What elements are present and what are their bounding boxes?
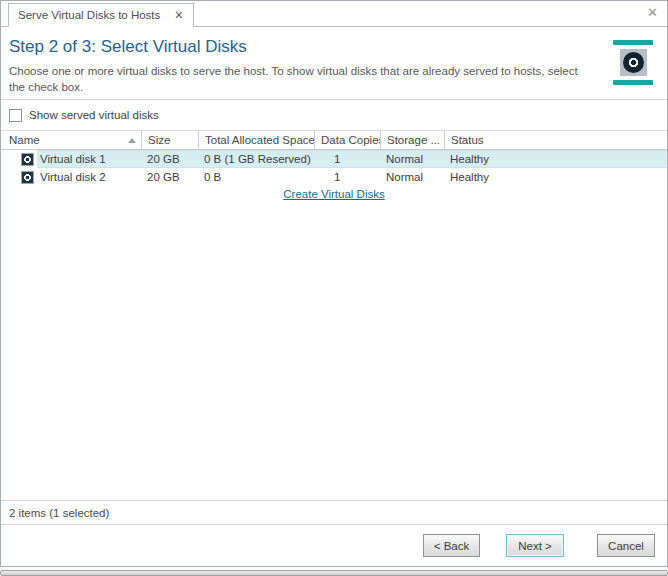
disk-icon-top-bar — [613, 40, 653, 45]
cell-status: Healthy — [444, 171, 667, 183]
tab-bar: Serve Virtual Disks to Hosts ✕ ✕ — [1, 1, 667, 27]
status-bar: 2 items (1 selected) — [1, 500, 667, 525]
column-header-size[interactable]: Size — [141, 131, 198, 149]
cell-storage: Normal — [380, 171, 444, 183]
next-button[interactable]: Next > — [506, 534, 564, 557]
wizard-header: Step 2 of 3: Select Virtual Disks Choose… — [1, 27, 667, 99]
page-description: Choose one or more virtual disks to serv… — [9, 64, 587, 95]
wizard-footer: < Back Next > Cancel — [1, 525, 667, 566]
page-title: Step 2 of 3: Select Virtual Disks — [9, 37, 611, 57]
virtual-disks-table: Name Size Total Allocated Space Data Cop… — [1, 130, 667, 205]
tab-serve-virtual-disks[interactable]: Serve Virtual Disks to Hosts ✕ — [8, 3, 194, 27]
cell-status: Healthy — [444, 153, 667, 165]
column-header-storage[interactable]: Storage ... — [380, 131, 444, 149]
cell-total-allocated-space: 0 B (1 GB Reserved) — [198, 153, 314, 165]
outer-window-bottom-edge — [0, 570, 668, 576]
cell-storage: Normal — [380, 153, 444, 165]
table-row-virtual-disk-2[interactable]: Virtual disk 2 20 GB 0 B 1 Normal Health… — [1, 168, 667, 186]
cell-data-copies: 1 — [314, 171, 380, 183]
virtual-disk-row-icon — [21, 153, 34, 166]
virtual-disk-icon — [611, 40, 655, 95]
cancel-button[interactable]: Cancel — [597, 534, 655, 557]
table-header-row: Name Size Total Allocated Space Data Cop… — [1, 130, 667, 150]
cell-size: 20 GB — [141, 171, 198, 183]
virtual-disk-row-icon — [21, 171, 34, 184]
cell-name: Virtual disk 2 — [37, 171, 141, 183]
show-served-label: Show served virtual disks — [29, 109, 159, 121]
window-close-icon[interactable]: ✕ — [647, 6, 658, 19]
serve-virtual-disks-dialog: Serve Virtual Disks to Hosts ✕ ✕ Step 2 … — [0, 0, 668, 576]
back-button[interactable]: < Back — [423, 534, 480, 557]
disk-icon-bottom-bar — [613, 80, 653, 85]
cell-name: Virtual disk 1 — [37, 153, 141, 165]
show-served-checkbox-row[interactable]: Show served virtual disks — [1, 100, 667, 130]
empty-table-area — [1, 205, 667, 500]
show-served-checkbox[interactable] — [9, 109, 22, 122]
column-header-name[interactable]: Name — [1, 131, 141, 149]
cell-size: 20 GB — [141, 153, 198, 165]
column-header-status[interactable]: Status — [444, 131, 667, 149]
cell-data-copies: 1 — [314, 153, 380, 165]
cell-total-allocated-space: 0 B — [198, 171, 314, 183]
create-virtual-disks-link[interactable]: Create Virtual Disks — [283, 188, 384, 200]
tab-close-icon[interactable]: ✕ — [174, 10, 183, 21]
dialog-frame: Serve Virtual Disks to Hosts ✕ ✕ Step 2 … — [0, 0, 668, 567]
table-row-virtual-disk-1[interactable]: Virtual disk 1 20 GB 0 B (1 GB Reserved)… — [1, 150, 667, 168]
column-header-data-copies[interactable]: Data Copies — [314, 131, 380, 149]
sort-ascending-icon — [128, 138, 136, 143]
column-header-total-allocated-space[interactable]: Total Allocated Space — [198, 131, 314, 149]
items-count-text: 2 items (1 selected) — [9, 507, 109, 519]
tab-label: Serve Virtual Disks to Hosts — [18, 9, 160, 21]
